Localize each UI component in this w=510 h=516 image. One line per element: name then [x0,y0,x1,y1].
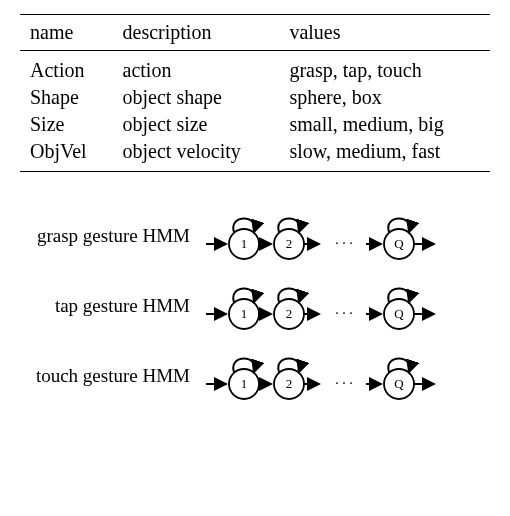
state-label: 1 [241,306,248,321]
hmm-row-tap: tap gesture HMM 1 2 · · · Q [20,280,484,332]
table-row: Action action grasp, tap, touch [20,51,490,85]
hmm-label: grasp gesture HMM [20,225,192,247]
table-row: Size object size small, medium, big [20,111,490,138]
state-label: Q [394,236,404,251]
hmm-chain-icon: 1 2 · · · Q [204,210,474,262]
cell-values: small, medium, big [279,111,490,138]
hmm-chain-icon: 1 2 · · · Q [204,350,474,402]
col-values: values [279,15,490,51]
state-label: 1 [241,376,248,391]
hmm-label: touch gesture HMM [20,365,192,387]
table-row: ObjVel object velocity slow, medium, fas… [20,138,490,172]
cell-name: Action [20,51,113,85]
cell-values: sphere, box [279,84,490,111]
col-desc: description [113,15,280,51]
hmm-label: tap gesture HMM [20,295,192,317]
ellipsis-icon: · · · [335,236,353,251]
cell-name: Size [20,111,113,138]
cell-values: grasp, tap, touch [279,51,490,85]
state-label: 2 [286,306,293,321]
cell-desc: object velocity [113,138,280,172]
state-label: Q [394,376,404,391]
state-label: 2 [286,236,293,251]
ellipsis-icon: · · · [335,306,353,321]
table-row: Shape object shape sphere, box [20,84,490,111]
col-name: name [20,15,113,51]
hmm-row-touch: touch gesture HMM 1 2 · · · Q [20,350,484,402]
cell-name: Shape [20,84,113,111]
table-header-row: name description values [20,15,490,51]
hmm-row-grasp: grasp gesture HMM 1 2 · · · [20,210,484,262]
hmm-chain-icon: 1 2 · · · Q [204,280,474,332]
state-label: Q [394,306,404,321]
cell-desc: object shape [113,84,280,111]
cell-desc: object size [113,111,280,138]
cell-name: ObjVel [20,138,113,172]
ellipsis-icon: · · · [335,376,353,391]
hmm-diagram: grasp gesture HMM 1 2 · · · [20,204,490,408]
variable-table: name description values Action action gr… [20,14,490,172]
cell-values: slow, medium, fast [279,138,490,172]
state-label: 2 [286,376,293,391]
cell-desc: action [113,51,280,85]
state-label: 1 [241,236,248,251]
